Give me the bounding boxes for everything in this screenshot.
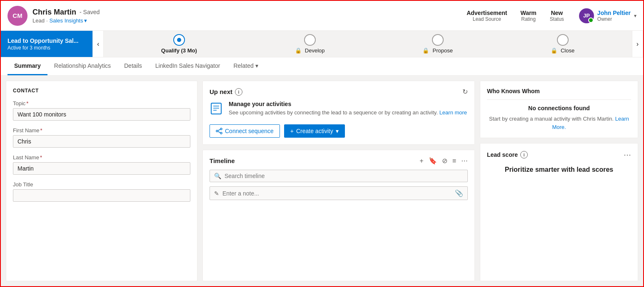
saved-label: - Saved <box>80 9 100 15</box>
stage-dot-qualify <box>177 38 181 42</box>
stage-label-row-propose: 🔒 Propose <box>422 47 452 54</box>
header-user[interactable]: JP John Peltier Owner ▾ <box>579 8 637 23</box>
note-pen-icon: ✎ <box>214 190 219 197</box>
firstname-label-text: First Name <box>13 127 40 134</box>
sales-insights-link[interactable]: Sales Insights ▾ <box>50 17 87 24</box>
topic-required-star: * <box>26 100 28 106</box>
field-group-lastname: Last Name * <box>13 154 190 175</box>
tab-relationship-analytics[interactable]: Relationship Analytics <box>47 57 117 75</box>
stage-step-develop[interactable]: 🔒 Develop <box>295 34 325 54</box>
stage-step-close[interactable]: 🔒 Close <box>551 34 574 54</box>
user-dropdown-icon[interactable]: ▾ <box>634 13 637 19</box>
meta-status-label: Status <box>550 16 564 22</box>
field-group-firstname: First Name * <box>13 127 190 148</box>
lead-score-more-icon[interactable]: ⋯ <box>624 150 631 159</box>
meta-rating-label: Rating <box>521 16 536 22</box>
stage-circle-develop <box>304 34 316 46</box>
create-activity-button[interactable]: + Create activity ▾ <box>284 124 345 138</box>
up-next-learn-more-link[interactable]: Learn more <box>439 109 467 116</box>
header-subtitle: Lead · Sales Insights ▾ <box>32 17 100 24</box>
up-next-activity-icon <box>210 101 223 118</box>
meta-lead-source: Advertisement Lead Source <box>467 10 507 22</box>
up-next-card: Up next i ↻ Manage <box>202 81 475 145</box>
timeline-add-icon[interactable]: + <box>419 157 423 165</box>
up-next-refresh-icon[interactable]: ↻ <box>462 88 468 96</box>
dropdown-arrow-icon: ▾ <box>84 17 87 24</box>
tab-details[interactable]: Details <box>117 57 149 75</box>
chevron-right-icon: › <box>637 40 639 48</box>
tab-linkedin-sales-navigator[interactable]: LinkedIn Sales Navigator <box>149 57 227 75</box>
timeline-note-row: ✎ 📎 <box>210 186 468 200</box>
lastname-input[interactable] <box>13 162 190 175</box>
meta-lead-source-value: Advertisement <box>467 10 507 16</box>
lock-icon-close: 🔒 <box>551 47 557 54</box>
timeline-filter-icon[interactable]: ⊘ <box>442 157 447 165</box>
stage-step-propose[interactable]: 🔒 Propose <box>422 34 452 54</box>
timeline-card: Timeline + 🔖 ⊘ ≡ ⋯ 🔍 ✎ 📎 <box>202 150 475 281</box>
tab-bar: Summary Relationship Analytics Details L… <box>1 57 643 76</box>
related-dropdown-icon: ▾ <box>255 62 258 69</box>
stage-circle-qualify <box>173 34 185 46</box>
up-next-body: Manage your activities See upcoming acti… <box>210 101 468 118</box>
no-connections-desc-text: Start by creating a manual activity with… <box>489 116 614 122</box>
tab-related[interactable]: Related ▾ <box>227 57 265 75</box>
stage-prev-button[interactable]: ‹ <box>92 31 104 57</box>
prioritize-text: Prioritize smarter with lead scores <box>487 166 631 173</box>
up-next-title-text: Up next <box>210 88 232 95</box>
timeline-sort-icon[interactable]: ≡ <box>452 157 456 165</box>
stage-next-button[interactable]: › <box>632 31 643 57</box>
up-next-manage-title: Manage your activities <box>229 101 468 107</box>
timeline-more-icon[interactable]: ⋯ <box>461 157 468 165</box>
jobtitle-label: Job Title <box>13 181 190 188</box>
timeline-actions: + 🔖 ⊘ ≡ ⋯ <box>419 157 468 165</box>
center-panel: Up next i ↻ Manage <box>202 81 475 281</box>
avatar-cm: CM <box>7 6 27 26</box>
lead-score-card: Lead score i ⋯ Prioritize smarter with l… <box>480 143 638 281</box>
stage-label-row-develop: 🔒 Develop <box>295 47 325 54</box>
lastname-label: Last Name * <box>13 154 190 161</box>
svg-point-6 <box>220 132 222 134</box>
header-meta: Advertisement Lead Source Warm Rating Ne… <box>467 10 564 22</box>
stage-label-close: Close <box>561 47 574 54</box>
up-next-text: Manage your activities See upcoming acti… <box>229 101 468 116</box>
sales-insights-label: Sales Insights <box>50 17 83 24</box>
app-wrapper: CM Chris Martin - Saved Lead · Sales Ins… <box>0 0 644 287</box>
contact-section-title: CONTACT <box>13 88 190 94</box>
topic-input[interactable] <box>13 108 190 121</box>
connect-seq-icon <box>216 128 222 134</box>
lock-icon-develop: 🔒 <box>295 47 302 54</box>
stage-label-row-close: 🔒 Close <box>551 47 574 54</box>
topic-label-text: Topic <box>13 100 25 106</box>
up-next-title: Up next i <box>210 88 242 96</box>
stage-steps: Qualify (3 Mo) 🔒 Develop 🔒 Propose <box>104 31 632 57</box>
contact-name: Chris Martin <box>32 8 76 17</box>
meta-lead-source-label: Lead Source <box>473 16 501 22</box>
timeline-search-input[interactable] <box>225 173 463 179</box>
meta-rating: Warm Rating <box>520 10 536 22</box>
lastname-required-star: * <box>40 154 42 161</box>
up-next-info-icon[interactable]: i <box>235 88 242 96</box>
up-next-header: Up next i ↻ <box>210 88 468 96</box>
lead-type: Lead <box>32 17 45 24</box>
firstname-input[interactable] <box>13 135 190 148</box>
jobtitle-input[interactable] <box>13 189 190 202</box>
tab-summary[interactable]: Summary <box>7 57 47 75</box>
timeline-note-input[interactable] <box>222 190 452 197</box>
lead-score-title-text: Lead score <box>487 151 518 158</box>
timeline-bookmark-icon[interactable]: 🔖 <box>429 157 437 165</box>
meta-rating-value: Warm <box>520 10 536 16</box>
who-knows-card: Who Knows Whom No connections found Star… <box>480 81 638 138</box>
stage-circle-propose <box>432 34 444 46</box>
stage-circle-close <box>557 34 569 46</box>
no-connections-title: No connections found <box>487 105 631 111</box>
who-knows-title: Who Knows Whom <box>487 88 631 94</box>
up-next-desc-text: See upcoming activities by connecting th… <box>229 109 438 116</box>
connect-sequence-button[interactable]: Connect sequence <box>210 124 280 138</box>
stage-step-qualify[interactable]: Qualify (3 Mo) <box>161 34 197 54</box>
connect-sequence-label: Connect sequence <box>225 128 274 134</box>
avatar-jp: JP <box>579 8 594 23</box>
lead-score-info-icon[interactable]: i <box>520 151 528 158</box>
timeline-clip-icon[interactable]: 📎 <box>455 189 463 197</box>
main-content: CONTACT Topic * First Name * Last Name <box>1 76 643 286</box>
up-next-description: See upcoming activities by connecting th… <box>229 109 468 116</box>
